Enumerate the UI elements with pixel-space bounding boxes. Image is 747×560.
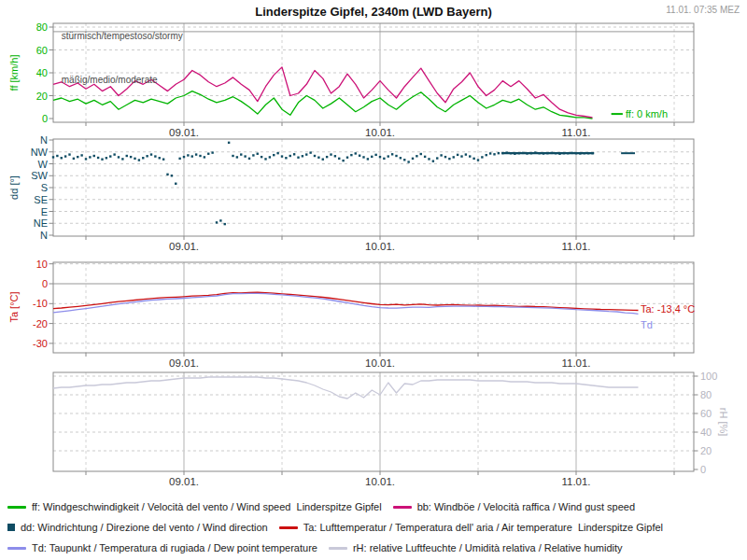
data-point	[154, 155, 156, 157]
temperature-axis-label: Ta [°C]	[8, 270, 21, 344]
y-tick-label: 0	[700, 464, 706, 475]
data-point	[359, 155, 360, 157]
data-point	[440, 154, 442, 156]
data-point	[232, 155, 233, 157]
legend-item-Ta: Ta: Lufttemperatur / Temperatura dell' a…	[279, 522, 663, 533]
date-tick-label: 10.01.	[365, 127, 395, 138]
legend-row: ff: Windgeschwindigkeit / Velocità del v…	[7, 497, 663, 517]
legend-label: ff: Windgeschwindigkeit / Velocità del v…	[32, 501, 382, 512]
current-value-label: Ta: -13,4 °C	[641, 303, 695, 315]
legend-square-marker	[7, 524, 15, 531]
data-point	[228, 142, 230, 144]
legend-item-dd: dd: Windrichtung / Direzione del vento /…	[7, 522, 268, 533]
data-point	[219, 219, 221, 221]
y-tick-label: -20	[33, 318, 48, 329]
data-point	[305, 153, 307, 155]
legend-line-marker	[7, 506, 26, 509]
data-point	[166, 174, 168, 175]
data-point	[457, 154, 458, 156]
data-point	[391, 153, 393, 155]
data-point	[322, 158, 324, 160]
data-point	[309, 151, 311, 153]
data-point	[424, 156, 426, 158]
date-tick-label: 10.01.	[365, 476, 395, 487]
data-point	[257, 153, 259, 155]
data-point	[199, 155, 201, 157]
data-point	[314, 155, 316, 157]
date-tick-label: 11.01.	[561, 476, 590, 487]
data-point	[436, 157, 438, 159]
data-point	[118, 156, 120, 158]
y-tick-label: 0	[42, 278, 48, 289]
data-point	[469, 155, 471, 157]
data-point	[371, 156, 373, 158]
data-point	[64, 155, 66, 157]
data-point	[175, 183, 176, 185]
data-point	[350, 154, 352, 156]
data-point	[444, 156, 446, 158]
data-point	[77, 156, 78, 158]
legend-item-bb: bb: Windböe / Velocità raffica / Wind gu…	[393, 501, 635, 512]
data-point	[52, 156, 54, 158]
y-tick-label: SW	[31, 170, 48, 181]
data-point	[374, 154, 376, 156]
y-tick-label: W	[38, 159, 49, 170]
y-tick-label: 40	[700, 427, 712, 438]
data-point	[195, 153, 197, 155]
date-tick-label: 10.01.	[365, 357, 395, 369]
data-point	[252, 154, 254, 156]
charts-canvas: 02040608009.01.10.01.11.01.stürmisch/tem…	[0, 0, 747, 495]
data-point	[285, 157, 287, 159]
dir-chart: NNWWSWSSEENEN09.01.10.01.11.01.	[31, 134, 694, 252]
data-point	[465, 153, 467, 155]
y-tick-label: 20	[36, 91, 48, 102]
legend-label: rH: relative Luftfeuchte / Umidità relat…	[353, 542, 623, 553]
y-tick-label: -30	[33, 338, 48, 349]
y-tick-label: N	[40, 134, 48, 146]
data-point	[130, 156, 132, 158]
data-point	[109, 155, 111, 157]
y-tick-label: S	[41, 182, 48, 193]
date-tick-label: 09.01.	[169, 476, 199, 487]
data-point	[113, 153, 115, 155]
data-point	[211, 151, 213, 153]
wind-direction-axis-label: dd [°]	[8, 150, 21, 225]
wind-chart: 02040608009.01.10.01.11.01.stürmisch/tem…	[36, 21, 694, 138]
y-tick-label: N	[40, 230, 48, 241]
data-point	[342, 160, 344, 161]
data-point	[248, 158, 250, 160]
data-point	[68, 153, 70, 155]
data-point	[388, 155, 389, 157]
legend-row: dd: Windrichtung / Direzione del vento /…	[7, 517, 663, 538]
data-point	[498, 152, 500, 154]
data-point	[407, 161, 409, 162]
data-point	[101, 158, 103, 160]
data-point	[97, 157, 99, 159]
data-point	[204, 156, 205, 158]
data-point	[420, 153, 422, 155]
data-point	[171, 175, 173, 176]
data-point	[73, 158, 75, 160]
data-point	[187, 154, 189, 156]
legend-label: Ta: Lufttemperatur / Temperatura dell' a…	[303, 522, 663, 533]
y-tick-label: 100	[700, 371, 717, 382]
current-value-label: ff: 0 km/h	[626, 108, 668, 119]
data-point	[146, 155, 148, 157]
data-point	[183, 156, 185, 158]
data-point	[264, 158, 266, 160]
data-point	[403, 159, 405, 161]
data-point	[481, 156, 483, 158]
date-tick-label: 10.01.	[365, 241, 395, 252]
data-point	[89, 156, 91, 158]
series-rH-line	[53, 377, 639, 399]
y-tick-label: 60	[36, 45, 48, 56]
data-point	[178, 158, 180, 160]
data-point	[236, 156, 238, 158]
data-point	[362, 156, 364, 158]
date-tick-label: 11.01.	[561, 241, 590, 252]
y-tick-label: NE	[34, 217, 48, 229]
data-point	[493, 153, 495, 155]
data-point	[477, 159, 479, 161]
weather-station-diagram: Linderspitze Gipfel, 2340m (LWD Bayern) …	[0, 0, 747, 560]
data-point	[416, 155, 417, 157]
